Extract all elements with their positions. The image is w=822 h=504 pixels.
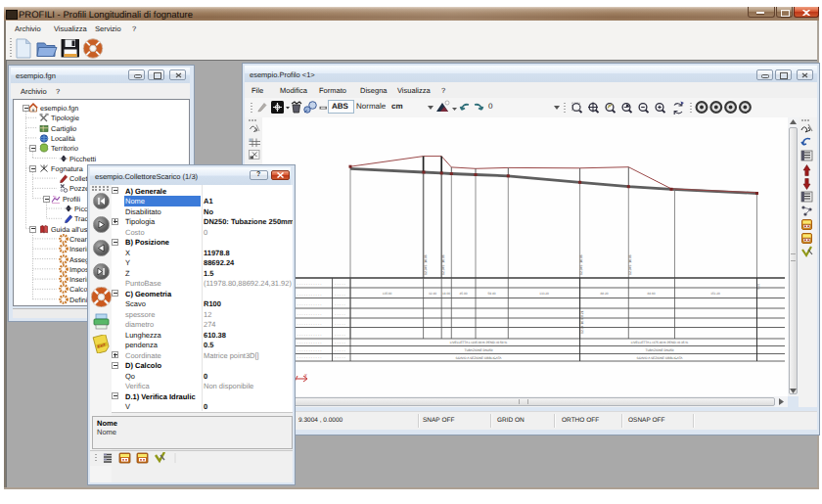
svg-text:...........: ...........: [297, 321, 323, 326]
svg-text:12.345 10.95: 12.345 10.95: [579, 254, 583, 275]
svg-text:59.40: 59.40: [488, 292, 496, 296]
svg-text:32.40: 32.40: [429, 292, 436, 296]
svg-text:.....: .....: [335, 301, 346, 306]
svg-text:18.00: 18.00: [442, 292, 450, 296]
svg-text:12.345 10.95: 12.345 10.95: [424, 254, 428, 275]
svg-text:...........: ...........: [297, 332, 323, 337]
svg-text:.....: .....: [335, 347, 346, 352]
svg-text:133.20: 133.20: [539, 292, 549, 296]
svg-text:.....: .....: [335, 340, 346, 344]
svg-text:45.00: 45.00: [460, 292, 468, 296]
svg-text:.....: .....: [335, 321, 346, 326]
svg-text:135.00: 135.00: [383, 292, 392, 296]
svg-text:SCAVO A SEZIONE OBBLIGATA: SCAVO A SEZIONE OBBLIGATA: [637, 356, 684, 360]
svg-text:.....: .....: [335, 332, 346, 337]
svg-text:...........: ...........: [297, 301, 323, 306]
svg-text:.....: .....: [335, 281, 346, 286]
svg-text:TUBAZIONE DN250: TUBAZIONE DN250: [464, 348, 492, 352]
svg-text:12.345 10.95: 12.345 10.95: [628, 254, 632, 275]
svg-text:151.20: 151.20: [710, 292, 720, 296]
svg-text:TUBAZIONE DN250: TUBAZIONE DN250: [645, 348, 673, 352]
svg-text:12.34 10.9 8.21: 12.34 10.9 8.21: [580, 310, 584, 334]
svg-text:LIVELLETTA L=375.40 m PEND.=0.: LIVELLETTA L=375.40 m PEND.=0.35 %: [631, 341, 689, 344]
svg-text:.....: .....: [335, 354, 346, 359]
svg-text:84.60: 84.60: [648, 292, 656, 296]
svg-text:.....: .....: [335, 292, 346, 297]
svg-text:...........: ...........: [297, 281, 323, 286]
svg-text:...........: ...........: [297, 354, 323, 359]
svg-text:12.345 10.95: 12.345 10.95: [441, 254, 445, 275]
svg-text:...........: ...........: [297, 311, 323, 316]
svg-text:.....: .....: [335, 311, 346, 316]
svg-text:x: x: [303, 373, 307, 379]
svg-text:...........: ...........: [297, 340, 323, 344]
svg-text:SCAVO A SEZIONE OBBLIGATA: SCAVO A SEZIONE OBBLIGATA: [456, 356, 503, 360]
svg-text:...........: ...........: [297, 347, 323, 352]
svg-text:88.20: 88.20: [601, 292, 609, 296]
svg-text:LIVELLETTA L=235.00 m PEND.=0.: LIVELLETTA L=235.00 m PEND.=0.50 %: [450, 341, 508, 344]
svg-text:...........: ...........: [297, 292, 323, 297]
svg-text:9.31: 9.31: [756, 284, 760, 290]
